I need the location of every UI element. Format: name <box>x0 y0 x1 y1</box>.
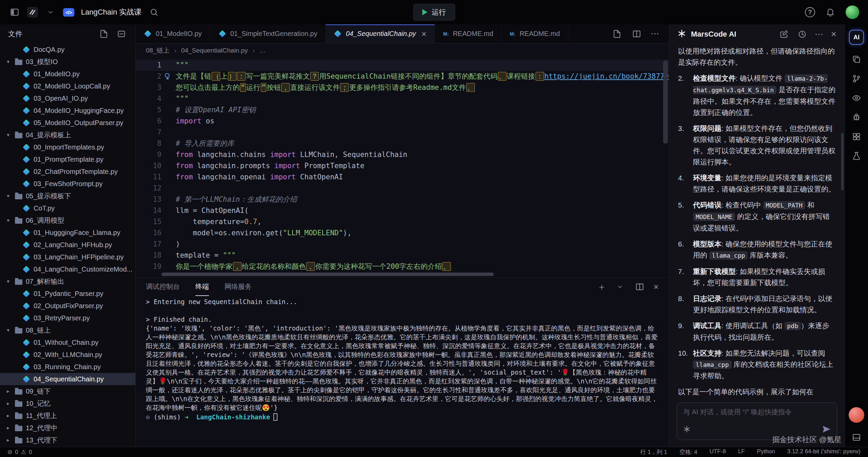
extensions-icon[interactable] <box>852 132 861 141</box>
code-line[interactable]: 13# 第一个LLMChain：生成鲜花的介绍 <box>136 194 669 205</box>
editor-tab[interactable]: 01_SimpleTextGeneration.py <box>210 24 326 43</box>
tree-file-row[interactable]: 03_LangChain_HFPipeline.py <box>0 251 135 263</box>
breadcrumb-item[interactable]: … <box>259 47 266 54</box>
new-file-icon[interactable] <box>98 28 110 40</box>
code-line[interactable]: 19你是一个植物学家，给定花的名称和颜色，你需要为这种花写一个200字左右的介绍… <box>136 261 669 272</box>
tree-file-row[interactable]: 01_Pydantic_Parser.py <box>0 287 135 300</box>
code-line[interactable]: 14llm = ChatOpenAI( <box>136 205 669 216</box>
status-item[interactable]: 行 1，列 1 <box>640 448 667 456</box>
tree-folder-row[interactable]: ▸11_代理上 <box>0 410 135 422</box>
tree-file-row[interactable]: 03_FewShotPrompt.py <box>0 178 135 190</box>
tree-folder-row[interactable]: ▾04_提示模板上 <box>0 129 135 141</box>
new-terminal-icon[interactable]: ＋ <box>597 282 606 291</box>
code-line[interactable]: 12 <box>136 183 669 194</box>
editor-tab[interactable]: 01_ModelIO.py <box>136 24 210 43</box>
code-line[interactable]: 4""" <box>136 93 669 104</box>
tree-folder-row[interactable]: ▾08_链上 <box>0 324 135 336</box>
source-control-icon[interactable] <box>852 74 861 83</box>
preview-eye-icon[interactable] <box>852 93 861 103</box>
editor-tab[interactable]: 04_SequentialChain.py× <box>326 24 435 43</box>
testing-flask-icon[interactable] <box>852 151 861 161</box>
lightbulb-icon[interactable] <box>164 73 170 79</box>
ai-close-icon[interactable]: × <box>831 29 836 39</box>
send-icon[interactable] <box>822 425 831 435</box>
code-line[interactable]: 5# 设置OpenAI API密钥 <box>136 104 669 116</box>
tree-folder-row[interactable]: ▾03_模型IO <box>0 56 135 68</box>
editor-tab[interactable]: M↓README.md <box>502 24 568 43</box>
code-line[interactable]: 17) <box>136 239 669 250</box>
terminal-prompt[interactable]: ⊙ (shims) ➜ LangChain-shizhanke <box>146 413 659 421</box>
tree-file-row[interactable]: 02_ChatPromptTemplate.py <box>0 165 135 178</box>
tree-file-row[interactable]: 03_Running_Chain.py <box>0 361 135 373</box>
debug-icon[interactable] <box>852 113 861 122</box>
code-line[interactable]: 1""" <box>136 60 669 71</box>
tree-file-row[interactable]: 01_ModelIO.py <box>0 68 135 80</box>
search-icon[interactable] <box>148 6 160 18</box>
ai-chat-input[interactable] <box>683 408 831 416</box>
sidebar-toggle-icon[interactable] <box>9 6 20 18</box>
tree-file-row[interactable]: 02_LangChain_HFHub.py <box>0 239 135 251</box>
split-editor-icon[interactable] <box>631 28 642 40</box>
status-item[interactable]: UTF-8 <box>710 448 726 456</box>
workspace-chevron-down-icon[interactable] <box>45 6 56 18</box>
breadcrumb-item[interactable]: 08_链上 <box>146 46 170 55</box>
ai-activity-icon[interactable]: AI <box>849 30 864 45</box>
tree-file-row[interactable]: CoT.py <box>0 202 135 214</box>
tree-file-row[interactable]: 04_SequentialChain.py <box>0 373 135 385</box>
panel-tab[interactable]: 终端 <box>195 278 209 296</box>
tree-file-row[interactable]: 02_ModelIO_LoopCall.py <box>0 80 135 92</box>
tree-file-row[interactable]: 04_LangChain_CustomizeMod... <box>0 263 135 275</box>
code-line[interactable]: 16 model=os.environ.get("LLM_MODELEND"), <box>136 227 669 239</box>
status-item[interactable]: 空格: 4 <box>679 448 697 456</box>
status-item[interactable]: Python <box>757 448 775 456</box>
files-copy-icon[interactable] <box>852 55 861 64</box>
close-icon[interactable]: × <box>421 29 426 38</box>
tree-folder-row[interactable]: ▸13_代理下 <box>0 434 135 446</box>
tree-file-row[interactable]: 04_ModelIO_HuggingFace.py <box>0 104 135 117</box>
code-line[interactable]: 11from langchain_openai import ChatOpenA… <box>136 172 669 183</box>
tree-file-row[interactable]: 02_With_LLMChain.py <box>0 349 135 361</box>
tree-folder-row[interactable]: ▾07_解析输出 <box>0 275 135 287</box>
collapse-folders-icon[interactable] <box>116 28 127 40</box>
code-line[interactable]: 2文件是【链（上）：写一篇完美鲜花推文？用SequencialChain链接不同… <box>136 71 669 82</box>
tree-file-row[interactable]: 01_HugggingFace_Llama.py <box>0 226 135 239</box>
more-actions-icon[interactable]: ⋯ <box>651 28 660 39</box>
notifications-bell-icon[interactable] <box>825 6 836 18</box>
split-panel-icon[interactable] <box>634 281 645 293</box>
tree-folder-row[interactable]: ▸12_代理中 <box>0 422 135 434</box>
tree-file-row[interactable]: 03_RetryParser.py <box>0 312 135 324</box>
panel-tab[interactable]: 调试控制台 <box>146 278 180 296</box>
close-panel-icon[interactable]: × <box>654 282 659 291</box>
code-line[interactable]: 6import os <box>136 116 669 127</box>
code-line[interactable]: 9from langchain.chains import LLMChain, … <box>136 149 669 160</box>
tree-file-row[interactable]: 01_Without_Chain.py <box>0 336 135 349</box>
problems-indicator[interactable]: ⊘ 0 ⚠ 0 <box>7 449 32 456</box>
code-line[interactable]: 10from langchain.prompts import PromptTe… <box>136 160 669 172</box>
panel-tab[interactable]: 网络服务 <box>225 278 252 296</box>
history-icon[interactable] <box>796 28 808 40</box>
code-line[interactable]: 8# 导入所需要的库 <box>136 138 669 149</box>
run-button[interactable]: 运行 <box>413 4 455 21</box>
tree-file-row[interactable]: DocQA.py <box>0 43 135 56</box>
marscode-logo[interactable] <box>27 7 38 18</box>
tree-folder-row[interactable]: ▾05_提示模板下 <box>0 190 135 202</box>
code-line[interactable]: 7 <box>136 127 669 138</box>
status-item[interactable]: 3.12.2 64-bit ('shims': pyenv) <box>787 448 861 456</box>
breadcrumb-item[interactable]: 04_SequentialChain.py <box>181 47 248 54</box>
tree-folder-row[interactable]: ▸09_链下 <box>0 385 135 397</box>
new-chat-icon[interactable] <box>778 28 790 40</box>
code-line[interactable]: 18template = """ <box>136 250 669 261</box>
vertical-scrollbar[interactable] <box>663 60 668 269</box>
tree-folder-row[interactable]: ▸10_记忆 <box>0 397 135 410</box>
terminal-output[interactable]: > Entering new SequentialChain chain...>… <box>136 296 669 447</box>
horizontal-scrollbar[interactable] <box>161 272 587 277</box>
tree-file-row[interactable]: 05_ModelIO_OutputParser.py <box>0 117 135 129</box>
terminal-dropdown-icon[interactable] <box>614 281 626 293</box>
code-line[interactable]: 15 temperature=0.7, <box>136 216 669 227</box>
assistant-avatar[interactable] <box>849 407 864 423</box>
ai-message-list[interactable]: 以使用绝对路径或相对路径，但请确保路径指向的是实际存在的文件。 2.检查模型文件… <box>669 44 845 398</box>
help-icon[interactable]: ? <box>805 7 815 17</box>
ai-scrollbar[interactable] <box>841 133 844 191</box>
ai-more-icon[interactable]: ⋯ <box>815 29 824 40</box>
tree-file-row[interactable]: 01_PromptTemplate.py <box>0 153 135 165</box>
